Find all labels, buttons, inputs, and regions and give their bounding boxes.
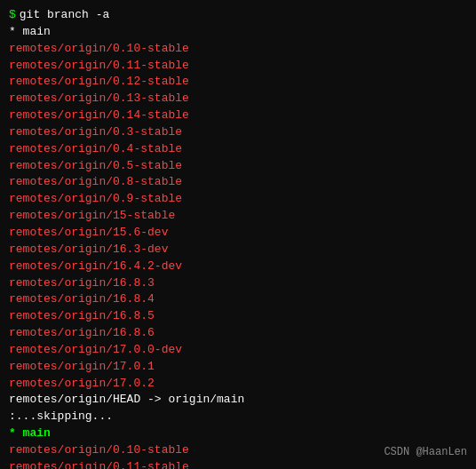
output-line: remotes/origin/0.11-stable [9, 459, 467, 469]
output-line: remotes/origin/0.5-stable [9, 158, 467, 175]
line-text: * main [9, 24, 51, 41]
output-line: * main [9, 425, 467, 442]
line-text: * main [9, 425, 51, 442]
terminal-window: $ git branch -a * main remotes/origin/0.… [0, 0, 476, 469]
line-text: remotes/origin/0.12-stable [9, 74, 189, 91]
output-line: remotes/origin/0.3-stable [9, 124, 467, 141]
output-line: remotes/origin/16.8.5 [9, 308, 467, 325]
output-line: remotes/origin/HEAD -> origin/main [9, 392, 467, 409]
output-line: remotes/origin/16.4.2-dev [9, 258, 467, 275]
line-text: remotes/origin/15.6-dev [9, 225, 168, 242]
output-lines: * main remotes/origin/0.10-stable remote… [9, 24, 467, 469]
output-line: * main [9, 24, 467, 41]
output-line: remotes/origin/0.12-stable [9, 74, 467, 91]
output-line: remotes/origin/16.8.3 [9, 275, 467, 292]
output-line: remotes/origin/0.8-stable [9, 174, 467, 191]
output-line: remotes/origin/0.4-stable [9, 141, 467, 158]
line-text: remotes/origin/15-stable [9, 208, 175, 225]
prompt-dollar: $ [9, 7, 16, 24]
output-line: remotes/origin/0.10-stable [9, 41, 467, 58]
line-text: remotes/origin/16.8.5 [9, 308, 155, 325]
prompt-command: git branch -a [20, 7, 109, 24]
output-line: remotes/origin/17.0.2 [9, 376, 467, 393]
line-text: remotes/origin/0.8-stable [9, 174, 182, 191]
line-text: remotes/origin/0.11-stable [9, 58, 189, 75]
watermark: CSDN @HaanLen [384, 445, 467, 460]
line-text: remotes/origin/16.8.4 [9, 291, 155, 308]
line-text: :...skipping... [9, 409, 113, 425]
output-line: remotes/origin/16.8.4 [9, 291, 467, 308]
output-line: remotes/origin/16.8.6 [9, 325, 467, 342]
output-line: remotes/origin/0.13-stable [9, 91, 467, 107]
output-line: remotes/origin/0.14-stable [9, 107, 467, 124]
line-text: remotes/origin/17.0.2 [9, 376, 155, 393]
line-text: remotes/origin/16.3-dev [9, 242, 168, 258]
line-text: remotes/origin/0.10-stable [9, 41, 189, 58]
prompt-line: $ git branch -a [9, 7, 467, 24]
line-text: remotes/origin/17.0.1 [9, 359, 155, 376]
line-text: remotes/origin/0.4-stable [9, 141, 182, 158]
output-line: remotes/origin/17.0.1 [9, 359, 467, 376]
line-text: remotes/origin/0.11-stable [9, 459, 189, 469]
line-text: remotes/origin/HEAD -> origin/main [9, 392, 244, 409]
line-text: remotes/origin/0.14-stable [9, 107, 189, 124]
output-line: :...skipping... [9, 409, 467, 425]
line-text: remotes/origin/0.3-stable [9, 124, 182, 141]
output-line: remotes/origin/0.9-stable [9, 191, 467, 208]
output-line: remotes/origin/15-stable [9, 208, 467, 225]
line-text: remotes/origin/0.5-stable [9, 158, 182, 175]
line-text: remotes/origin/16.8.3 [9, 275, 155, 292]
output-line: remotes/origin/0.11-stable [9, 58, 467, 75]
line-text: remotes/origin/17.0.0-dev [9, 342, 182, 359]
output-line: remotes/origin/17.0.0-dev [9, 342, 467, 359]
line-text: remotes/origin/0.9-stable [9, 191, 182, 208]
output-line: remotes/origin/15.6-dev [9, 225, 467, 242]
line-text: remotes/origin/0.10-stable [9, 442, 189, 459]
line-text: remotes/origin/0.13-stable [9, 91, 189, 107]
line-text: remotes/origin/16.8.6 [9, 325, 155, 342]
output-line: remotes/origin/16.3-dev [9, 242, 467, 258]
line-text: remotes/origin/16.4.2-dev [9, 258, 182, 275]
